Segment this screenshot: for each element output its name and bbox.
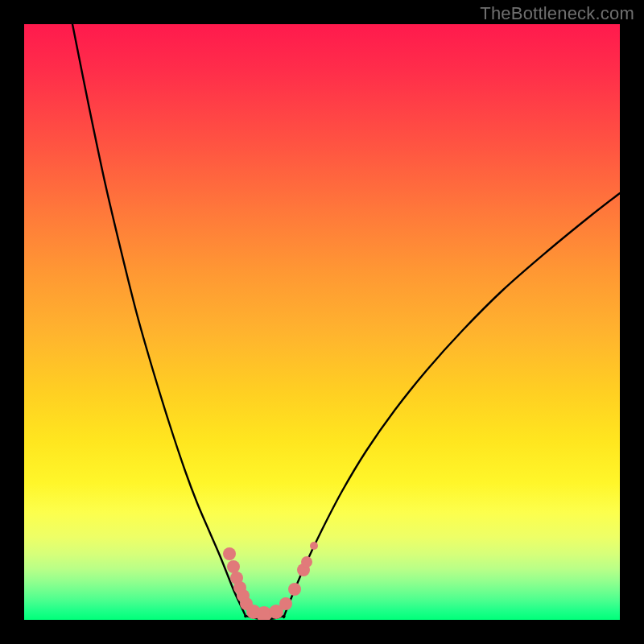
marker-group — [223, 542, 318, 620]
marker-dot — [279, 597, 292, 610]
watermark-text: TheBottleneck.com — [480, 3, 634, 24]
marker-dot — [301, 556, 312, 568]
marker-dot — [223, 547, 236, 560]
marker-dot — [227, 560, 240, 573]
curve-layer — [24, 24, 620, 620]
marker-dot — [288, 583, 301, 596]
plot-area — [24, 24, 620, 620]
marker-dot — [310, 542, 318, 550]
chart-stage: TheBottleneck.com — [0, 0, 644, 644]
bottleneck-curve-path — [72, 24, 620, 619]
